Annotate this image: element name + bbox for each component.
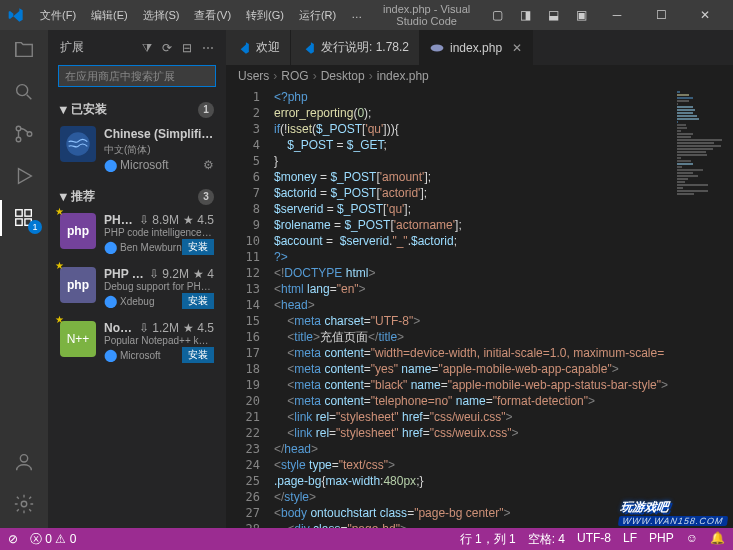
extension-desc: PHP code intelligence for Vi... (104, 227, 214, 238)
vscode-icon (236, 41, 250, 55)
verified-icon: ⬤ (104, 158, 117, 172)
filter-icon[interactable]: ⧩ (142, 41, 152, 55)
vscode-icon (301, 41, 315, 55)
extension-publisher: ⬤Microsoft (104, 348, 161, 362)
svg-point-9 (21, 501, 27, 507)
eol-status[interactable]: LF (623, 531, 637, 548)
svg-point-10 (66, 132, 89, 155)
extension-item[interactable]: ★ php PHP Inteleph...⇩ 8.9M★ 4.5 PHP cod… (52, 207, 222, 261)
remote-indicator[interactable]: ⊘ (8, 532, 18, 546)
window-title: index.php - Visual Studio Code (368, 3, 485, 27)
svg-point-3 (27, 132, 32, 137)
installed-count: 1 (198, 102, 214, 118)
refresh-icon[interactable]: ⟳ (162, 41, 172, 55)
tab-release-notes[interactable]: 发行说明: 1.78.2 (291, 30, 420, 65)
editor-body[interactable]: 1234567891011121314151617181920212223242… (226, 87, 733, 528)
indentation-status[interactable]: 空格: 4 (528, 531, 565, 548)
menu-item[interactable]: 选择(S) (137, 6, 186, 25)
extensions-badge: 1 (28, 220, 42, 234)
source-control-icon[interactable] (12, 122, 36, 146)
php-file-icon (430, 41, 444, 55)
feedback-icon[interactable]: ☺ (686, 531, 698, 548)
layout-panel-bottom-icon[interactable]: ⬓ (541, 8, 565, 22)
install-button[interactable]: 安装 (182, 239, 214, 255)
extension-publisher: ⬤Microsoft (104, 158, 169, 172)
menu-item[interactable]: 查看(V) (188, 6, 237, 25)
svg-point-1 (16, 126, 21, 131)
extension-publisher: ⬤Ben Mewburn (104, 240, 182, 254)
menu-item[interactable]: 运行(R) (293, 6, 342, 25)
close-button[interactable]: ✕ (685, 8, 725, 22)
extensions-icon[interactable]: 1 (12, 206, 36, 230)
layout-panel-icon[interactable]: ▢ (485, 8, 509, 22)
notifications-icon[interactable]: 🔔 (710, 531, 725, 548)
extension-settings-icon[interactable]: ⚙ (203, 158, 214, 172)
extension-icon: php (60, 267, 96, 303)
extension-icon (60, 126, 96, 162)
layout-customize-icon[interactable]: ▣ (569, 8, 593, 22)
recommended-count: 3 (198, 189, 214, 205)
recommended-section-header[interactable]: ▶ 推荐 3 (52, 186, 222, 207)
extension-stats: ⇩ 9.2M★ 4 (149, 267, 214, 281)
more-icon[interactable]: ⋯ (202, 41, 214, 55)
verified-icon: ⬤ (104, 240, 117, 254)
menu-item[interactable]: 编辑(E) (85, 6, 134, 25)
minimize-button[interactable]: ─ (597, 8, 637, 22)
line-numbers: 1234567891011121314151617181920212223242… (226, 87, 274, 528)
recommend-star-icon: ★ (55, 314, 64, 325)
tab-welcome[interactable]: 欢迎 (226, 30, 291, 65)
extension-stats: ⇩ 8.9M★ 4.5 (139, 213, 214, 227)
layout-sidebar-icon[interactable]: ◨ (513, 8, 537, 22)
menu-item[interactable]: … (345, 6, 368, 25)
extension-desc: 中文(简体) (104, 143, 214, 157)
code-content[interactable]: <?php error_reporting(0); if(!isset($_PO… (274, 87, 673, 528)
close-tab-icon[interactable]: ✕ (512, 41, 522, 55)
problems-status[interactable]: ⓧ 0 ⚠ 0 (30, 531, 76, 548)
title-bar: 文件(F)编辑(E)选择(S)查看(V)转到(G)运行(R)… index.ph… (0, 0, 733, 30)
encoding-status[interactable]: UTF-8 (577, 531, 611, 548)
tab-index-php[interactable]: index.php ✕ (420, 30, 533, 65)
explorer-icon[interactable] (12, 38, 36, 62)
breadcrumb-item[interactable]: Desktop (321, 69, 365, 83)
extension-stats: ⇩ 1.2M★ 4.5 (139, 321, 214, 335)
svg-rect-7 (25, 210, 31, 216)
extension-item[interactable]: ★ N++ Notepad++ ...⇩ 1.2M★ 4.5 Popular N… (52, 315, 222, 369)
install-button[interactable]: 安装 (182, 347, 214, 363)
breadcrumb-item[interactable]: Users (238, 69, 269, 83)
installed-section-header[interactable]: ▶ 已安装 1 (52, 99, 222, 120)
minimap[interactable] (673, 87, 733, 528)
search-icon[interactable] (12, 80, 36, 104)
language-mode[interactable]: PHP (649, 531, 674, 548)
sidebar: 扩展 ⧩ ⟳ ⊟ ⋯ ▶ 已安装 1 Chinese (Simpli (48, 30, 226, 528)
verified-icon: ⬤ (104, 348, 117, 362)
extension-name: PHP Inteleph... (104, 213, 135, 227)
extension-item[interactable]: ★ php PHP Debug⇩ 9.2M★ 4 Debug support f… (52, 261, 222, 315)
verified-icon: ⬤ (104, 294, 117, 308)
vscode-logo-icon (8, 7, 24, 23)
run-debug-icon[interactable] (12, 164, 36, 188)
menu-item[interactable]: 文件(F) (34, 6, 82, 25)
svg-point-0 (17, 85, 28, 96)
clear-icon[interactable]: ⊟ (182, 41, 192, 55)
extension-desc: Debug support for PHP with... (104, 281, 214, 292)
activity-bar: 1 (0, 30, 48, 528)
chevron-down-icon: ▶ (59, 106, 69, 113)
settings-icon[interactable] (12, 492, 36, 516)
maximize-button[interactable]: ☐ (641, 8, 681, 22)
search-input[interactable] (58, 65, 216, 87)
editor-area: 欢迎 发行说明: 1.78.2 index.php ✕ Users › ROG … (226, 30, 733, 528)
breadcrumbs[interactable]: Users › ROG › Desktop › index.php (226, 65, 733, 87)
extension-desc: Popular Notepad++ keybin... (104, 335, 214, 346)
extension-icon: N++ (60, 321, 96, 357)
main-menu: 文件(F)编辑(E)选择(S)查看(V)转到(G)运行(R)… (34, 6, 368, 25)
install-button[interactable]: 安装 (182, 293, 214, 309)
extension-search (58, 65, 216, 87)
cursor-position[interactable]: 行 1，列 1 (460, 531, 516, 548)
breadcrumb-item[interactable]: ROG (281, 69, 308, 83)
accounts-icon[interactable] (12, 450, 36, 474)
svg-rect-5 (16, 219, 22, 225)
extension-item[interactable]: Chinese (Simplified) (简体... 中文(简体) ⬤Micr… (52, 120, 222, 178)
svg-point-8 (20, 455, 27, 462)
menu-item[interactable]: 转到(G) (240, 6, 290, 25)
breadcrumb-item[interactable]: index.php (377, 69, 429, 83)
